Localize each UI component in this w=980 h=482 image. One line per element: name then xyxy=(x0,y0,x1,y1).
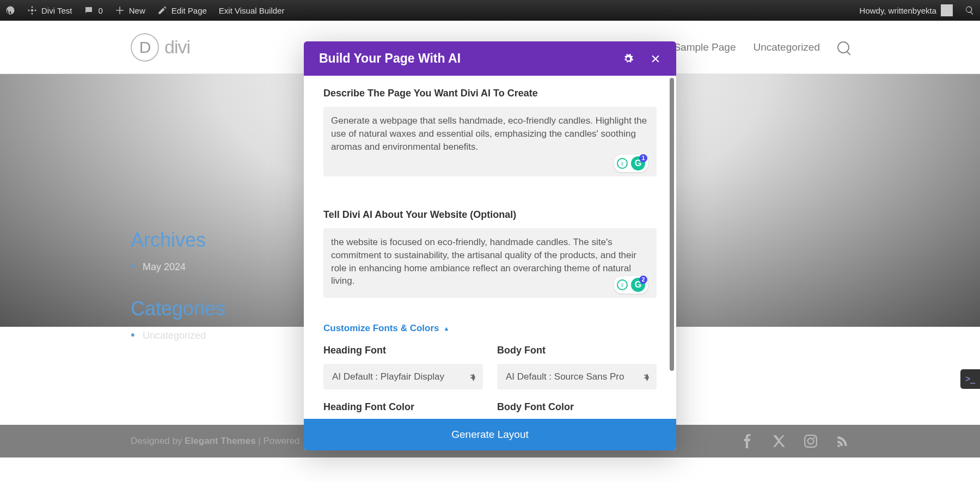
svg-point-2 xyxy=(32,13,33,15)
svg-point-1 xyxy=(32,7,33,8)
ai-build-modal: Build Your Page With AI Describe The Pag… xyxy=(304,41,676,450)
grammarly-icon: G2 xyxy=(631,278,645,292)
elegant-themes-link[interactable]: Elegant Themes xyxy=(185,436,255,446)
rss-icon[interactable] xyxy=(835,434,849,448)
social-icons xyxy=(740,434,849,448)
heading-font-label: Heading Font xyxy=(323,345,483,356)
svg-point-0 xyxy=(31,9,34,12)
user-greeting[interactable]: Howdy, writtenbyekta xyxy=(860,4,953,16)
category-item[interactable]: Uncategorized xyxy=(131,330,225,341)
modal-title: Build Your Page With AI xyxy=(319,51,461,66)
svg-point-4 xyxy=(35,10,36,11)
heading-font-select[interactable]: AI Default : Playfair Display xyxy=(323,364,483,389)
about-label: Tell Divi AI About Your Website (Optiona… xyxy=(323,209,657,221)
scrollbar[interactable] xyxy=(670,78,674,371)
gear-icon[interactable] xyxy=(623,53,634,64)
chevron-up-icon: ▲ xyxy=(444,325,450,332)
about-textarea[interactable]: the website is focused on eco-friendly, … xyxy=(323,228,657,298)
body-font-label: Body Font xyxy=(497,345,657,356)
exit-visual-builder-link[interactable]: Exit Visual Builder xyxy=(219,6,285,15)
wordpress-logo-icon[interactable] xyxy=(5,5,15,15)
archives-title: Archives xyxy=(131,229,225,252)
grammar-widget[interactable]: ♀ G1 xyxy=(614,155,648,172)
footer-credits: Designed by Elegant Themes | Powered xyxy=(131,436,300,447)
main-nav: Sample Page Uncategorized xyxy=(673,41,849,53)
svg-point-7 xyxy=(813,437,815,438)
comments-count: 0 xyxy=(98,6,102,15)
svg-point-6 xyxy=(808,438,814,444)
instagram-icon[interactable] xyxy=(804,434,818,448)
heading-color-label: Heading Font Color xyxy=(323,401,483,413)
describe-textarea[interactable]: Generate a webpage that sells handmade, … xyxy=(323,107,657,176)
nav-uncategorized[interactable]: Uncategorized xyxy=(753,41,820,53)
generate-layout-button[interactable]: Generate Layout xyxy=(304,419,676,450)
modal-header: Build Your Page With AI xyxy=(304,41,676,76)
edit-page-label: Edit Page xyxy=(171,6,207,15)
search-icon[interactable] xyxy=(837,41,849,53)
avatar xyxy=(941,4,953,16)
archive-item[interactable]: May 2024 xyxy=(131,261,225,273)
new-link[interactable]: New xyxy=(115,5,145,15)
categories-title: Categories xyxy=(131,297,225,320)
body-font-select[interactable]: AI Default : Source Sans Pro xyxy=(497,364,657,389)
grammarly-icon: G1 xyxy=(631,156,645,170)
code-tool-icon[interactable]: >_ xyxy=(960,369,980,389)
new-label: New xyxy=(129,6,145,15)
nav-sample-page[interactable]: Sample Page xyxy=(673,41,736,53)
wp-admin-bar: Divi Test 0 New Edit Page Exit Visual Bu… xyxy=(0,0,980,21)
describe-label: Describe The Page You Want Divi AI To Cr… xyxy=(323,88,657,99)
logo-text: divi xyxy=(164,36,190,58)
facebook-icon[interactable] xyxy=(740,434,755,448)
customize-fonts-toggle[interactable]: Customize Fonts & Colors ▲ xyxy=(323,323,657,334)
footer-widgets: Archives May 2024 Categories Uncategoriz… xyxy=(131,229,225,366)
greeting-text: Howdy, writtenbyekta xyxy=(860,6,936,15)
comments-link[interactable]: 0 xyxy=(84,5,102,15)
exit-builder-label: Exit Visual Builder xyxy=(219,6,285,15)
x-twitter-icon[interactable] xyxy=(772,434,786,448)
site-name-link[interactable]: Divi Test xyxy=(27,5,72,15)
plus-icon: ♀ xyxy=(617,158,628,169)
edit-page-link[interactable]: Edit Page xyxy=(157,5,207,15)
admin-search-icon[interactable] xyxy=(965,5,975,15)
logo[interactable]: D divi xyxy=(131,33,190,62)
modal-body: Describe The Page You Want Divi AI To Cr… xyxy=(304,76,676,419)
svg-point-3 xyxy=(28,10,30,11)
grammar-widget[interactable]: ♀ G2 xyxy=(614,276,648,294)
body-color-label: Body Font Color xyxy=(497,401,657,413)
close-icon[interactable] xyxy=(650,53,661,64)
plus-icon: ♀ xyxy=(617,279,628,290)
site-name-text: Divi Test xyxy=(41,6,72,15)
divi-logo-icon: D xyxy=(131,33,159,62)
